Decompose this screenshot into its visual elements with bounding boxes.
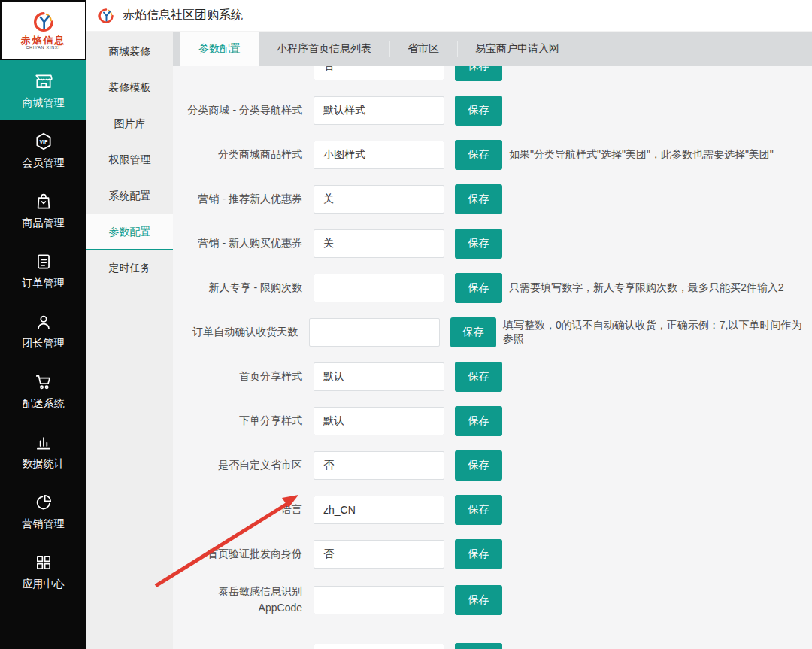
field-hint: 只需要填写数字，新人专享限购次数，最多只能买2件输入2 [509,281,784,295]
field-input[interactable] [314,274,444,302]
field-input[interactable] [314,66,444,80]
field-input[interactable] [314,451,444,480]
field-input[interactable] [314,229,444,258]
form-row: 语言 保存 [173,495,812,525]
field-label: 分类商城 - 分类导航样式 [173,102,302,119]
tab-0[interactable]: 参数配置 [180,32,259,66]
save-button[interactable]: 保存 [455,495,502,525]
save-button[interactable]: 保存 [455,643,502,649]
person-icon [34,312,53,332]
field-input[interactable] [314,362,444,391]
field-label: 新人专享 - 限购次数 [173,280,302,296]
sidebar-item-1[interactable]: VIP 会员管理 [0,120,86,180]
app-title: 赤焰信息社区团购系统 [123,8,243,23]
bar-chart-icon [34,432,53,452]
form-row: 营销 - 推荐新人优惠券 保存 [173,184,812,214]
field-input[interactable] [314,644,444,649]
save-button[interactable]: 保存 [455,66,502,81]
brand-name: 赤焰信息 [21,35,66,45]
save-button[interactable]: 保存 [455,539,502,569]
app-grid-icon [34,553,53,572]
brand-swirl-icon [32,10,56,34]
settings-form: 保存 分类商城 - 分类导航样式 保存 分类商城商品样式 保存 如果"分类导航样… [173,66,812,649]
field-hint: 如果"分类导航样式"选择"美团"，此参数也需要选择"美团" [509,148,774,162]
field-label: 语言 [173,502,302,518]
field-label: 下单分享样式 [173,413,302,429]
tab-bar: 参数配置小程序首页信息列表省市区易宝商户申请入网 [173,32,812,66]
save-button[interactable]: 保存 [455,229,502,259]
field-label: 营销 - 新人购买优惠券 [173,235,302,252]
delivery-cart-icon [34,372,53,392]
save-button[interactable]: 保存 [455,184,502,214]
submenu-item-5[interactable]: 参数配置 [86,214,173,250]
save-button[interactable]: 保存 [455,585,502,615]
form-row: 分类商城商品样式 保存 如果"分类导航样式"选择"美团"，此参数也需要选择"美团… [173,140,812,170]
sidebar-item-0[interactable]: 商城管理 [0,60,86,120]
sidebar-item-2[interactable]: 商品管理 [0,180,86,241]
form-row: 营销 - 新人购买优惠券 保存 [173,229,812,259]
app-header: 赤焰信息社区团购系统 [86,0,812,32]
sidebar-item-7[interactable]: 营销管理 [0,481,86,541]
sidebar-item-6[interactable]: 数据统计 [0,421,86,481]
form-row: 下单分享样式 保存 [173,406,812,436]
field-input[interactable] [314,540,444,569]
field-label: 订单自动确认收货天数 [173,324,298,341]
brand-logo: 赤焰信息 CHIYAN XINXI [2,2,85,59]
field-input[interactable] [309,318,440,347]
sidebar-item-3[interactable]: 订单管理 [0,241,86,301]
secondary-sidebar: 商城装修装修模板图片库权限管理系统配置参数配置定时任务 [86,32,173,649]
pie-chart-icon [34,493,53,512]
form-row: 分类商城 - 分类导航样式 保存 [173,96,812,126]
primary-sidebar: 赤焰信息 CHIYAN XINXI 商城管理 VIP 会员管理 商品管理 订单管… [0,0,86,649]
save-button[interactable]: 保存 [455,450,502,481]
submenu-item-1[interactable]: 装修模板 [86,70,173,106]
form-row: 是否自定义省市区 保存 [173,450,812,481]
tab-2[interactable]: 省市区 [389,32,457,66]
submenu-item-4[interactable]: 系统配置 [86,178,173,214]
field-input[interactable] [314,96,444,125]
brand-subtitle: CHIYAN XINXI [26,46,60,50]
field-input[interactable] [314,407,444,435]
submenu-item-0[interactable]: 商城装修 [86,34,173,70]
field-input[interactable] [314,185,444,214]
form-row: 首页分享样式 保存 [173,362,812,392]
sidebar-item-4[interactable]: 团长管理 [0,301,86,361]
field-label: 营销 - 推荐新人优惠券 [173,191,302,208]
submenu-item-2[interactable]: 图片库 [86,106,173,142]
primary-nav: 商城管理 VIP 会员管理 商品管理 订单管理 团长管理 配送系统 数据统计 营… [0,60,86,602]
field-hint: 填写整数，0的话不自动确认收货，正确示例：7,以下单时间作为参照 [503,319,812,346]
submenu-item-6[interactable]: 定时任务 [86,250,173,287]
app-logo-icon [97,7,115,25]
submenu-item-3[interactable]: 权限管理 [86,142,173,178]
field-label: 首页验证批发商身份 [173,546,302,563]
form-row: 新人专享 - 限购次数 保存 只需要填写数字，新人专享限购次数，最多只能买2件输… [173,273,812,303]
save-button[interactable]: 保存 [455,362,502,392]
svg-text:VIP: VIP [39,138,48,144]
tab-3[interactable]: 易宝商户申请入网 [457,32,577,66]
save-button[interactable]: 保存 [455,96,502,126]
form-row: 我的-页面样式 保存 [173,643,812,649]
field-input[interactable] [314,496,444,524]
sidebar-item-8[interactable]: 应用中心 [0,541,86,602]
field-label: 分类商城商品样式 [173,147,302,163]
field-label: 是否自定义省市区 [173,457,302,474]
sidebar-item-5[interactable]: 配送系统 [0,361,86,421]
save-button[interactable]: 保存 [455,140,502,170]
field-label: 首页分享样式 [173,368,302,385]
field-input[interactable] [314,141,444,169]
form-row: 首页验证批发商身份 保存 [173,539,812,569]
form-row: 订单自动确认收货天数 保存 填写整数，0的话不自动确认收货，正确示例：7,以下单… [173,317,812,347]
field-input[interactable] [314,586,444,614]
form-row: 保存 [173,66,812,81]
field-label: 泰岳敏感信息识别 AppCode [173,584,302,616]
tab-1[interactable]: 小程序首页信息列表 [259,32,389,66]
order-document-icon [34,252,53,271]
save-button[interactable]: 保存 [455,273,502,303]
save-button[interactable]: 保存 [455,406,502,436]
storefront-icon [34,71,53,91]
save-button[interactable]: 保存 [450,317,496,347]
form-row: 泰岳敏感信息识别 AppCode 保存 [173,584,812,616]
vip-badge-icon: VIP [34,132,53,151]
shopping-bag-icon [34,192,53,211]
